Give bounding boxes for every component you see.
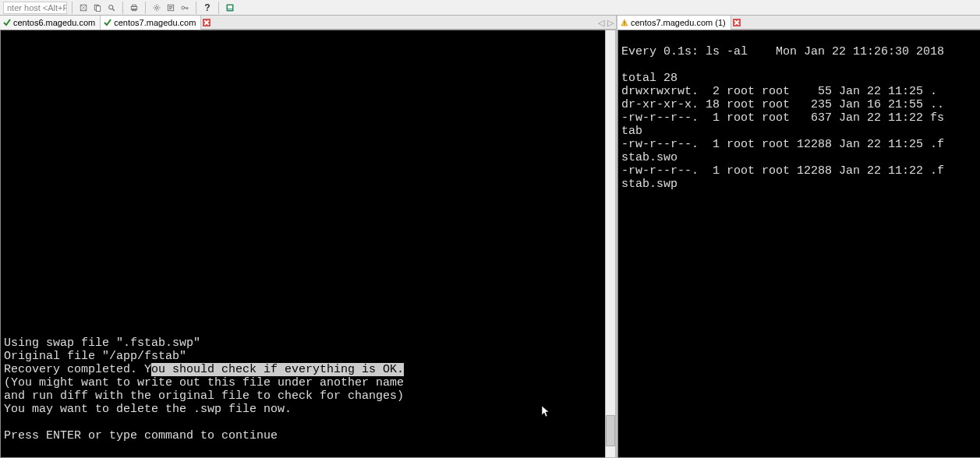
reconnect-icon[interactable]	[77, 2, 90, 14]
toolbar-separator	[196, 2, 196, 14]
check-icon	[3, 19, 11, 26]
left-pane: centos6.magedu.com centos7.magedu.com ◁ …	[0, 16, 617, 458]
right-pane: centos7.magedu.com (1) Every 0.1s: ls -a…	[617, 16, 980, 458]
svg-rect-14	[624, 24, 625, 25]
watch-header: Every 0.1s: ls -al Mon Jan 22 11:26:30 2…	[621, 45, 944, 58]
tab-label: centos7.magedu.com (1)	[631, 18, 726, 27]
tab-centos6[interactable]: centos6.magedu.com	[0, 16, 101, 30]
help-icon[interactable]: ?	[201, 2, 214, 14]
tab-navigation: ◁ ▷	[597, 16, 614, 30]
tab-next-button[interactable]: ▷	[607, 18, 614, 28]
svg-line-3	[113, 9, 115, 10]
app-icon[interactable]	[224, 2, 236, 14]
vim-line: Recovery completed. You should check if …	[4, 363, 404, 376]
print-icon[interactable]	[128, 2, 140, 14]
left-terminal[interactable]: Using swap file ".fstab.swp" Original fi…	[0, 30, 605, 458]
ls-line: stab.swp	[621, 178, 678, 191]
svg-point-9	[182, 6, 185, 9]
vim-selection: ou should check if everything is OK.	[151, 363, 404, 376]
app-toolbar: nter host <Alt+R> ?	[0, 0, 980, 16]
right-tabbar: centos7.magedu.com (1)	[617, 16, 980, 30]
key-icon[interactable]	[179, 2, 191, 14]
ls-line: -rw-r--r--. 1 root root 12288 Jan 22 11:…	[621, 138, 944, 151]
toolbar-separator	[218, 2, 219, 14]
tab-close-button[interactable]	[733, 19, 741, 26]
watch-output: Every 0.1s: ls -al Mon Jan 22 11:26:30 2…	[621, 45, 977, 191]
vim-line: You may want to delete the .swp file now…	[4, 403, 292, 416]
left-tabbar: centos6.magedu.com centos7.magedu.com ◁ …	[0, 16, 616, 30]
svg-rect-1	[97, 5, 101, 11]
ls-line: -rw-r--r--. 1 root root 12288 Jan 22 11:…	[621, 164, 944, 178]
svg-point-2	[109, 5, 113, 9]
left-terminal-container: Using swap file ".fstab.swp" Original fi…	[0, 30, 616, 458]
toolbar-separator	[122, 2, 123, 14]
svg-point-7	[156, 6, 158, 9]
toolbar-separator	[72, 2, 73, 14]
find-icon[interactable]	[105, 2, 118, 14]
tab-centos7[interactable]: centos7.magedu.com	[101, 16, 201, 30]
tab-prev-button[interactable]: ◁	[597, 18, 605, 28]
vim-recovery-message: Using swap file ".fstab.swp" Original fi…	[4, 323, 602, 456]
svg-rect-11	[228, 5, 232, 9]
toolbar-separator	[145, 2, 146, 14]
settings-icon[interactable]	[150, 2, 163, 14]
script-icon[interactable]	[165, 2, 177, 14]
left-scrollbar[interactable]	[605, 30, 616, 458]
ls-line: stab.swo	[621, 151, 678, 164]
tab-label: centos7.magedu.com	[114, 18, 196, 27]
ls-line: -rw-r--r--. 1 root root 637 Jan 22 11:22…	[621, 111, 944, 125]
svg-rect-12	[228, 9, 232, 10]
vim-prompt: Press ENTER or type command to continue	[4, 429, 278, 442]
scrollbar-thumb[interactable]	[606, 415, 615, 446]
workspace: centos6.magedu.com centos7.magedu.com ◁ …	[0, 16, 980, 458]
svg-rect-5	[133, 5, 136, 6]
ls-line: total 28	[621, 72, 678, 85]
tab-close-button[interactable]	[203, 19, 211, 26]
right-terminal-container: Every 0.1s: ls -al Mon Jan 22 11:26:30 2…	[617, 30, 980, 458]
vim-line: and run diff with the original file to c…	[4, 389, 404, 403]
vim-line: Original file "/app/fstab"	[4, 350, 186, 363]
warn-icon	[621, 19, 628, 26]
check-icon	[104, 19, 111, 26]
ls-line: tab	[621, 125, 642, 138]
right-terminal[interactable]: Every 0.1s: ls -al Mon Jan 22 11:26:30 2…	[617, 30, 980, 458]
copy-icon[interactable]	[91, 2, 104, 14]
svg-rect-13	[624, 21, 625, 23]
vim-line: Using swap file ".fstab.swp"	[4, 336, 200, 350]
host-input-placeholder: nter host <Alt+R>	[7, 3, 67, 12]
ls-line: drwxrwxrwt. 2 root root 55 Jan 22 11:25 …	[621, 85, 937, 98]
tab-centos7-1[interactable]: centos7.magedu.com (1)	[617, 16, 731, 30]
ls-line: dr-xr-xr-x. 18 root root 235 Jan 16 21:5…	[621, 98, 944, 111]
host-input[interactable]: nter host <Alt+R>	[3, 2, 67, 14]
vim-line: (You might want to write out this file u…	[4, 376, 404, 389]
tab-label: centos6.magedu.com	[13, 18, 95, 27]
